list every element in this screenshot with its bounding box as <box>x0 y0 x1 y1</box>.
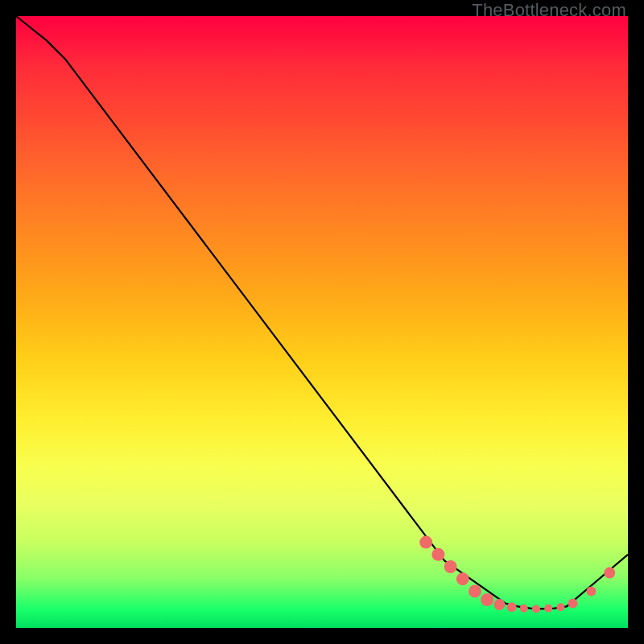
highlight-marker <box>604 568 615 579</box>
highlight-marker <box>419 536 432 549</box>
highlight-marker <box>507 602 517 612</box>
highlight-marker <box>556 603 564 611</box>
highlight-marker <box>431 548 444 561</box>
highlight-marker <box>520 605 528 613</box>
line-series-curve <box>16 16 628 609</box>
highlight-marker <box>532 605 540 613</box>
chart-frame: TheBottleneck.com <box>0 0 644 644</box>
highlight-marker <box>544 605 552 613</box>
highlight-marker <box>456 572 469 585</box>
plot-area <box>16 16 628 628</box>
bottleneck-curve <box>16 16 628 628</box>
highlight-marker <box>481 593 493 606</box>
highlight-marker <box>568 599 578 609</box>
highlight-marker <box>469 584 481 597</box>
highlight-marker <box>493 599 505 610</box>
highlight-marker <box>586 586 596 596</box>
highlight-marker <box>444 560 457 573</box>
watermark-label: TheBottleneck.com <box>472 0 626 21</box>
